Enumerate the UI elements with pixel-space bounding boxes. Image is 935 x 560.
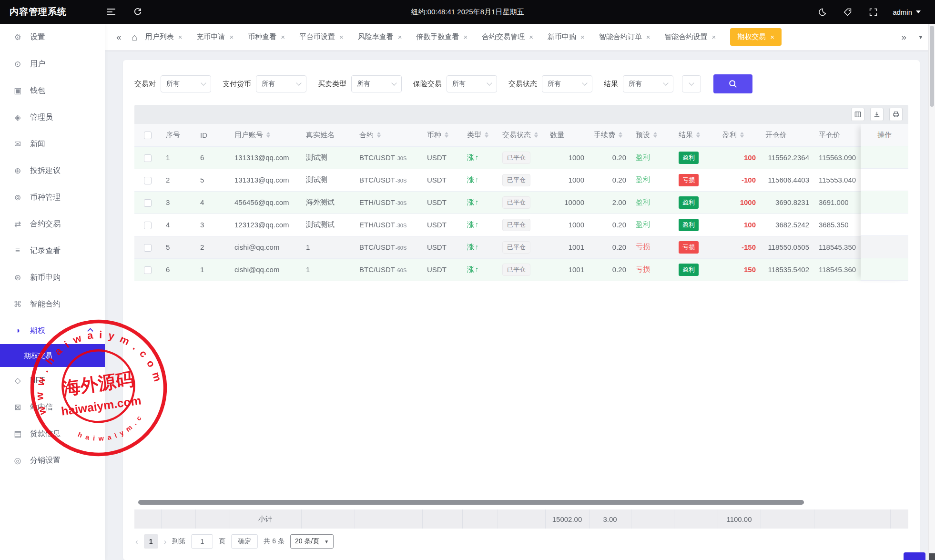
sidebar-item[interactable]: ⊕ 投拆建议 — [0, 157, 105, 184]
filter-select[interactable]: 所有 — [256, 75, 306, 92]
close-tab-icon[interactable]: × — [398, 33, 402, 41]
sidebar-item[interactable]: ⊛ 新币申购 — [0, 264, 105, 291]
tab[interactable]: 充币申请 × — [196, 32, 234, 41]
column-header[interactable]: 手续费 — [589, 124, 631, 146]
page-number[interactable]: 1 — [144, 534, 158, 549]
print-button[interactable] — [889, 108, 903, 121]
refresh-icon[interactable] — [132, 6, 144, 18]
vertical-scrollbar[interactable] — [928, 24, 935, 560]
table-row[interactable]: 2 5 131313@qq.com 测试测 BTC/USDT-30S USDT … — [134, 169, 890, 191]
close-tab-icon[interactable]: × — [712, 33, 716, 41]
tab[interactable]: 倍数手数查看 × — [417, 32, 468, 41]
next-page-icon[interactable]: › — [164, 538, 167, 546]
tab[interactable]: 合约交易管理 × — [482, 32, 533, 41]
sort-icon[interactable] — [485, 132, 488, 138]
column-header[interactable]: 交易状态 — [498, 124, 545, 146]
sidebar-item[interactable]: ✉ 新闻 — [0, 131, 105, 157]
prev-page-icon[interactable]: ‹ — [135, 538, 138, 546]
column-header[interactable]: 盈利 — [718, 124, 761, 146]
column-header[interactable]: 合约 — [355, 124, 422, 146]
goto-page-input[interactable] — [191, 534, 213, 549]
close-tab-icon[interactable]: × — [770, 33, 774, 41]
row-checkbox[interactable] — [144, 222, 152, 229]
sort-icon[interactable] — [534, 132, 538, 138]
sidebar-item[interactable]: ◎ 分销设置 — [0, 447, 105, 474]
select-all-checkbox[interactable] — [144, 132, 152, 139]
column-header[interactable]: 真实姓名 — [301, 124, 355, 146]
row-checkbox[interactable] — [144, 177, 152, 184]
tab[interactable]: 风险率查看 × — [358, 32, 402, 41]
collapse-sidebar-icon[interactable] — [105, 6, 117, 18]
column-header[interactable]: 序号 — [161, 124, 195, 146]
close-tab-icon[interactable]: × — [339, 33, 344, 41]
search-button[interactable] — [713, 74, 752, 93]
column-header[interactable]: 开仓价 — [761, 124, 814, 146]
user-menu[interactable]: admin — [893, 8, 921, 16]
tabs-menu-icon[interactable]: ▼ — [918, 34, 924, 41]
column-header[interactable]: 币种 — [422, 124, 462, 146]
page-size-select[interactable]: 20 条/页 ▼ — [290, 534, 334, 549]
tab[interactable]: 智能合约订单 × — [599, 32, 650, 41]
close-tab-icon[interactable]: × — [281, 33, 285, 41]
tab[interactable]: 智能合约设置 × — [665, 32, 716, 41]
close-tab-icon[interactable]: × — [529, 33, 533, 41]
sidebar-item[interactable]: ◇ NFT — [0, 367, 105, 394]
filter-select[interactable]: 所有 — [542, 75, 592, 92]
tabs-scroll-right-icon[interactable]: » — [902, 32, 907, 41]
close-tab-icon[interactable]: × — [229, 33, 234, 41]
tabs-scroll-left-icon[interactable]: « — [116, 32, 122, 41]
table-row[interactable]: 6 1 cishi@qq.com 1 BTC/USDT-60S USDT 涨↑ … — [134, 258, 890, 281]
column-header[interactable]: 类型 — [462, 124, 498, 146]
column-header[interactable]: 预设 — [631, 124, 674, 146]
filter-select[interactable]: 所有 — [447, 75, 497, 92]
tab[interactable]: 币种查看 × — [248, 32, 285, 41]
sort-icon[interactable] — [445, 132, 448, 138]
tab[interactable]: 期权交易 × — [730, 28, 782, 46]
tag-icon[interactable] — [841, 6, 854, 18]
confirm-page-button[interactable]: 确定 — [231, 534, 258, 549]
sort-icon[interactable] — [619, 132, 622, 138]
tab[interactable]: 用户列表 × — [145, 32, 183, 41]
theme-icon[interactable] — [815, 6, 828, 18]
row-checkbox[interactable] — [144, 244, 152, 252]
filter-select[interactable]: 所有 — [623, 75, 673, 92]
close-tab-icon[interactable]: × — [646, 33, 650, 41]
sort-icon[interactable] — [377, 132, 381, 138]
sort-icon[interactable] — [266, 132, 270, 138]
table-row[interactable]: 4 3 123123@qq.com 测试测试 ETH/USDT-30S USDT… — [134, 214, 890, 236]
row-checkbox[interactable] — [144, 266, 152, 274]
sidebar-item[interactable]: ⇄ 合约交易 — [0, 211, 105, 237]
tab[interactable]: 新币申购 × — [548, 32, 585, 41]
sidebar-item[interactable]: 期权交易 — [0, 344, 105, 367]
sidebar-item[interactable]: ◈ 管理员 — [0, 104, 105, 131]
row-checkbox[interactable] — [144, 199, 152, 207]
sidebar-item[interactable]: ⊚ 币种管理 — [0, 184, 105, 211]
export-button[interactable] — [870, 108, 884, 121]
sidebar-item[interactable]: ⊙ 用户 — [0, 51, 105, 77]
expand-filters-button[interactable] — [682, 75, 701, 92]
sidebar-item[interactable]: ⚙ 设置 — [0, 24, 105, 51]
scrollbar-thumb[interactable] — [138, 500, 804, 505]
column-header[interactable]: 数量 — [545, 124, 589, 146]
sort-icon[interactable] — [653, 132, 657, 138]
tab[interactable]: 平台币设置 × — [299, 32, 344, 41]
sort-icon[interactable] — [696, 132, 700, 138]
column-header[interactable]: 结果 — [674, 124, 718, 146]
filter-select[interactable]: 所有 — [161, 75, 211, 92]
close-tab-icon[interactable]: × — [178, 33, 183, 41]
sidebar-item[interactable]: ⊠ 站内信 — [0, 394, 105, 420]
horizontal-scrollbar[interactable] — [134, 499, 908, 506]
back-to-top-button[interactable] — [904, 552, 925, 560]
filter-select[interactable]: 所有 — [351, 75, 402, 92]
row-checkbox[interactable] — [144, 154, 152, 162]
sidebar-item[interactable]: ≡ 记录查看 — [0, 237, 105, 264]
table-row[interactable]: 5 2 cishi@qq.com 1 BTC/USDT-60S USDT 涨↑ … — [134, 236, 890, 258]
table-row[interactable]: 3 4 456456@qq.com 海外测试 ETH/USDT-30S USDT… — [134, 191, 890, 214]
column-settings-button[interactable] — [851, 108, 864, 121]
sidebar-item[interactable]: ▤ 贷款信息 — [0, 420, 105, 447]
sort-icon[interactable] — [740, 132, 744, 138]
column-header[interactable]: 用户账号 — [230, 124, 301, 146]
sidebar-item[interactable]: ◑ 期权 — [0, 317, 105, 344]
close-tab-icon[interactable]: × — [464, 33, 468, 41]
home-icon[interactable]: ⌂ — [132, 32, 138, 42]
